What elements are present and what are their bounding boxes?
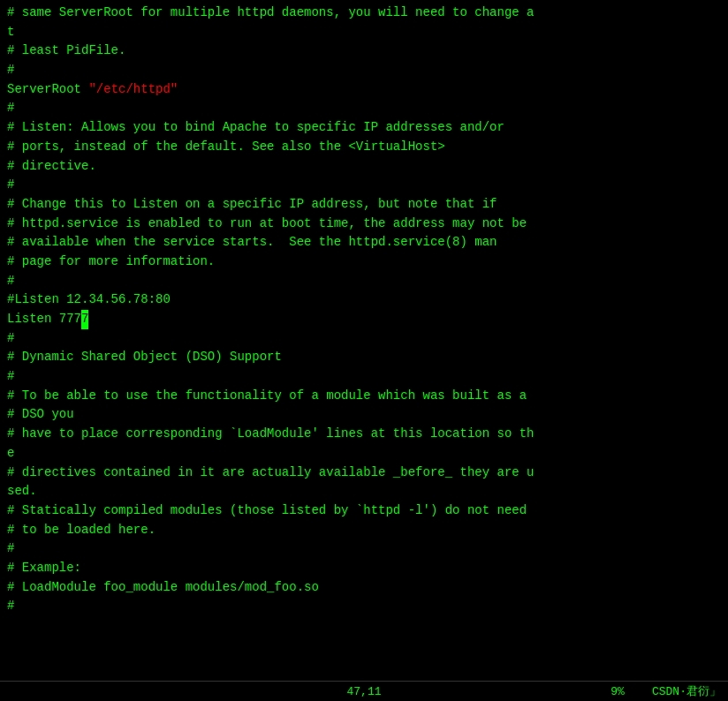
scroll-percent: 9% (610, 685, 625, 698)
editor-line: # Listen: Allows you to bind Apache to s… (7, 118, 721, 138)
editor-line: t (7, 23, 721, 42)
editor-line: # least PidFile. (7, 41, 721, 61)
branding: CSDN·君衍」 (652, 685, 721, 698)
editor-line: # (7, 367, 721, 387)
status-right: 9% CSDN·君衍」 (483, 683, 721, 699)
cursor-position: 47,11 (245, 685, 482, 698)
editor-line: # same ServerRoot for multiple httpd dae… (7, 4, 721, 23)
editor-line: # have to place corresponding `LoadModul… (7, 425, 721, 444)
editor-area[interactable]: # same ServerRoot for multiple httpd dae… (0, 0, 728, 681)
editor-line: e (7, 444, 721, 464)
editor-line: # httpd.service is enabled to run at boo… (7, 215, 721, 234)
editor-line: # ports, instead of the default. See als… (7, 138, 721, 157)
editor-line: # (7, 176, 721, 195)
editor-line: #Listen 12.34.56.78:80 (7, 290, 721, 310)
editor-line: ServerRoot "/etc/httpd" (7, 80, 721, 100)
editor-line: # (7, 61, 721, 80)
editor-line: # Example: (7, 559, 721, 578)
editor-line: # (7, 597, 721, 616)
editor-line: # directive. (7, 157, 721, 177)
editor-line: # Dynamic Shared Object (DSO) Support (7, 348, 721, 367)
editor-line: sed. (7, 482, 721, 501)
status-bar: 47,11 9% CSDN·君衍」 (0, 681, 728, 701)
editor-line: # Change this to Listen on a specific IP… (7, 195, 721, 215)
editor-line: # DSO you (7, 405, 721, 425)
editor-line: # To be able to use the functionality of… (7, 387, 721, 406)
editor-line: # LoadModule foo_module modules/mod_foo.… (7, 578, 721, 598)
editor-line: # (7, 539, 721, 559)
editor-line: # (7, 99, 721, 118)
editor-line: # available when the service starts. See… (7, 233, 721, 253)
editor-line: # (7, 329, 721, 349)
editor-line: # Statically compiled modules (those lis… (7, 501, 721, 521)
editor-line: # (7, 272, 721, 291)
text-cursor: 7 (81, 310, 88, 329)
editor-line: # directives contained in it are actuall… (7, 464, 721, 483)
editor-line: # page for more information. (7, 253, 721, 272)
editor-line: # to be loaded here. (7, 521, 721, 540)
editor-line: Listen 7777 (7, 310, 721, 329)
